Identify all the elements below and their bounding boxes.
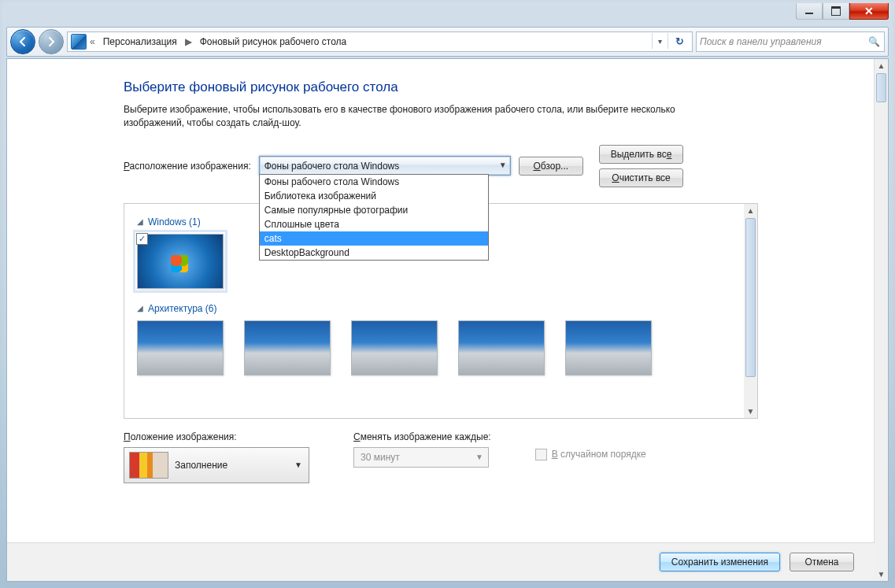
- wallpaper-thumb-windows-default[interactable]: ✓: [137, 234, 224, 289]
- shuffle-label: В случайном порядке: [552, 449, 646, 460]
- scroll-up-icon[interactable]: ▲: [744, 204, 757, 217]
- forward-button[interactable]: [39, 29, 64, 54]
- search-icon[interactable]: 🔍: [868, 36, 880, 47]
- wallpaper-thumb[interactable]: [458, 320, 545, 375]
- group-header-architecture[interactable]: ◢ Архитектура (6): [137, 303, 731, 314]
- interval-combobox[interactable]: 30 минут ▼: [353, 447, 489, 468]
- location-option[interactable]: cats: [260, 231, 488, 246]
- wallpaper-thumb[interactable]: [137, 320, 224, 375]
- chevron-down-icon: ▼: [499, 161, 507, 169]
- location-label: Расположение изображения:: [124, 161, 251, 172]
- group-label: Windows (1): [148, 216, 201, 227]
- wallpaper-thumb[interactable]: [565, 320, 652, 375]
- select-all-button[interactable]: Выделить все: [599, 145, 684, 164]
- location-row: Расположение изображения: Фоны рабочего …: [124, 145, 852, 187]
- cancel-button[interactable]: Отмена: [790, 553, 854, 571]
- interval-value: 30 минут: [361, 452, 400, 463]
- options-row: Положение изображения: Заполнение ▼ Смен…: [124, 431, 758, 483]
- wallpaper-thumb[interactable]: [244, 320, 331, 375]
- chevron-right-icon[interactable]: ▶: [183, 36, 194, 47]
- location-option[interactable]: Самые популярные фотографии: [260, 203, 488, 217]
- browse-button[interactable]: Обзор...: [519, 157, 583, 176]
- back-button[interactable]: [10, 29, 35, 54]
- clear-all-button[interactable]: Очистить все: [599, 168, 684, 187]
- maximize-button[interactable]: [823, 3, 849, 20]
- navigation-bar: « Персонализация ▶ Фоновый рисунок рабоч…: [6, 27, 889, 57]
- window-controls: ✕: [796, 3, 889, 20]
- gallery-scrollbar[interactable]: ▲ ▼: [744, 204, 757, 418]
- collapse-icon: ◢: [137, 304, 143, 312]
- page-title: Выберите фоновый рисунок рабочего стола: [124, 80, 852, 95]
- address-bar[interactable]: « Персонализация ▶ Фоновый рисунок рабоч…: [67, 31, 693, 52]
- wallpaper-thumb[interactable]: [351, 320, 438, 375]
- breadcrumb-root[interactable]: Персонализация: [98, 34, 182, 50]
- address-dropdown-icon[interactable]: ▾: [652, 33, 667, 49]
- scroll-up-icon[interactable]: ▲: [875, 59, 888, 72]
- location-dropdown: Фоны рабочего стола WindowsБиблиотека из…: [259, 174, 489, 261]
- search-input[interactable]: Поиск в панели управления 🔍: [696, 31, 885, 52]
- group-label: Архитектура (6): [148, 303, 217, 314]
- interval-label: Сменять изображение каждые:: [353, 431, 491, 442]
- position-preview-icon: [129, 452, 168, 479]
- chevron-down-icon: ▼: [475, 453, 483, 461]
- shuffle-checkbox[interactable]: [535, 449, 547, 460]
- minimize-button[interactable]: [796, 3, 823, 20]
- location-option[interactable]: Фоны рабочего стола Windows: [260, 175, 488, 189]
- dialog-footer: Сохранить изменения Отмена: [7, 542, 875, 581]
- wallpaper-checkbox[interactable]: ✓: [136, 233, 148, 245]
- location-selected: Фоны рабочего стола Windows: [264, 161, 400, 172]
- page-description: Выберите изображение, чтобы использовать…: [124, 103, 722, 131]
- scroll-down-icon[interactable]: ▼: [744, 405, 757, 418]
- content-frame: ▲ ▼ Выберите фоновый рисунок рабочего ст…: [6, 58, 889, 582]
- breadcrumb-current: Фоновый рисунок рабочего стола: [195, 34, 352, 50]
- close-button[interactable]: ✕: [849, 3, 889, 20]
- scroll-down-icon[interactable]: ▼: [875, 568, 888, 581]
- save-button[interactable]: Сохранить изменения: [660, 553, 780, 571]
- refresh-icon[interactable]: ↻: [668, 33, 690, 49]
- position-value: Заполнение: [175, 460, 227, 471]
- scroll-thumb[interactable]: [745, 218, 756, 377]
- shuffle-checkbox-row[interactable]: В случайном порядке: [535, 449, 646, 460]
- location-option[interactable]: Сплошные цвета: [260, 217, 488, 231]
- breadcrumb-sep-icon: «: [88, 36, 97, 47]
- control-panel-icon: [71, 34, 87, 50]
- location-option[interactable]: DesktopBackground: [260, 246, 488, 260]
- scroll-thumb[interactable]: [876, 73, 886, 102]
- position-combobox[interactable]: Заполнение ▼: [124, 447, 309, 483]
- search-placeholder: Поиск в панели управления: [700, 36, 822, 47]
- collapse-icon: ◢: [137, 217, 143, 226]
- position-label: Положение изображения:: [124, 431, 309, 442]
- location-option[interactable]: Библиотека изображений: [260, 189, 488, 203]
- location-combobox[interactable]: Фоны рабочего стола Windows ▼ Фоны рабоч…: [259, 156, 511, 176]
- chevron-down-icon: ▼: [294, 460, 302, 469]
- page-scrollbar[interactable]: ▲ ▼: [874, 59, 888, 581]
